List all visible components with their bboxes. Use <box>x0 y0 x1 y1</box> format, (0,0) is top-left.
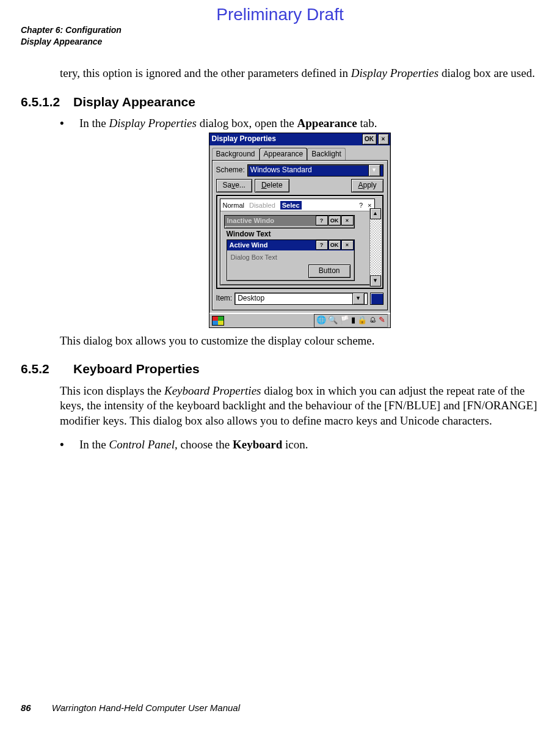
page-number: 86 <box>21 703 31 713</box>
scroll-up-icon[interactable]: ▲ <box>370 208 381 219</box>
start-flag-icon[interactable] <box>212 316 224 326</box>
tray-globe-icon[interactable]: 🌐 <box>316 315 326 326</box>
continuation-paragraph: tery, this option is ignored and the oth… <box>60 66 539 81</box>
tray-volume-icon[interactable]: 🕭 <box>369 315 377 326</box>
scheme-combo[interactable]: Windows Standard ▼ <box>247 164 384 177</box>
running-header-line2: Display Appearance <box>21 36 122 48</box>
tray-lock-icon[interactable]: 🔒 <box>357 315 367 326</box>
tray-pencil-icon[interactable]: ✎ <box>379 315 385 326</box>
dialog-title: Display Properties <box>212 134 276 144</box>
bullet-choose-keyboard: • In the Control Panel, choose the Keybo… <box>60 437 539 453</box>
chevron-down-icon[interactable]: ▼ <box>352 293 365 305</box>
preliminary-draft-banner: Preliminary Draft <box>0 0 560 24</box>
running-header: Chapter 6: Configuration Display Appeara… <box>21 24 122 48</box>
figure-caption: This dialog box allows you to customize … <box>60 334 539 349</box>
preview-menubar: Normal Disabled Selec ? × <box>220 199 374 211</box>
system-tray[interactable]: 🌐 🔍 🏳️ ▮ 🔒 🕭 ✎ <box>314 314 388 327</box>
taskbar[interactable]: 🌐 🔍 🏳️ ▮ 🔒 🕭 ✎ <box>209 313 390 327</box>
tray-card-icon[interactable]: ▮ <box>351 315 355 326</box>
preview-active-titlebar: Active Wind ? OK × <box>227 240 354 250</box>
preview-button: Button <box>308 265 351 278</box>
dialog-ok-button[interactable]: OK <box>362 134 377 145</box>
apply-button[interactable]: Apply <box>351 179 383 192</box>
preview-scrollbar[interactable]: ▲ ▼ <box>369 208 381 287</box>
tray-flag-icon[interactable]: 🏳️ <box>340 315 349 326</box>
preview-inactive-titlebar: Inactive Windo ? OK × <box>225 216 354 226</box>
footer-title: Warrington Hand-Held Computer User Manua… <box>52 703 240 713</box>
heading-6-5-1-2: 6.5.1.2Display Appearance <box>21 93 539 110</box>
save-button[interactable]: Save... <box>216 179 252 192</box>
page-body: tery, this option is ignored and the oth… <box>60 66 539 452</box>
item-combo[interactable]: Desktop ▼ <box>235 293 367 305</box>
preview-dialog-text: Dialog Box Text <box>227 250 354 264</box>
appearance-preview: Normal Disabled Selec ? × Inactive Windo <box>216 195 384 289</box>
tab-background[interactable]: Background <box>212 148 260 161</box>
color-swatch[interactable] <box>370 293 384 305</box>
preview-window-text: Window Text <box>227 230 271 239</box>
tab-backlight[interactable]: Backlight <box>307 148 346 161</box>
tray-search-icon[interactable]: 🔍 <box>328 315 338 326</box>
dialog-titlebar[interactable]: Display Properties OK × <box>209 133 390 145</box>
page-footer: 86 Warrington Hand-Held Computer User Ma… <box>21 703 240 713</box>
delete-button[interactable]: Delete <box>255 179 289 192</box>
figure-display-properties: Display Properties OK × Background Appea… <box>60 133 539 330</box>
item-label: Item: <box>216 294 233 304</box>
scroll-down-icon[interactable]: ▼ <box>370 276 381 287</box>
help-icon: ? <box>359 201 363 210</box>
chevron-down-icon[interactable]: ▼ <box>368 164 380 177</box>
tab-appearance[interactable]: Appearance <box>260 148 308 161</box>
keyboard-paragraph: This icon displays the Keyboard Properti… <box>60 384 539 429</box>
running-header-line1: Chapter 6: Configuration <box>21 24 122 36</box>
dialog-close-button[interactable]: × <box>378 134 389 145</box>
bullet-open-appearance: • In the Display Properties dialog box, … <box>60 116 539 131</box>
scheme-label: Scheme: <box>216 166 245 175</box>
heading-6-5-2: 6.5.2Keyboard Properties <box>21 360 539 377</box>
